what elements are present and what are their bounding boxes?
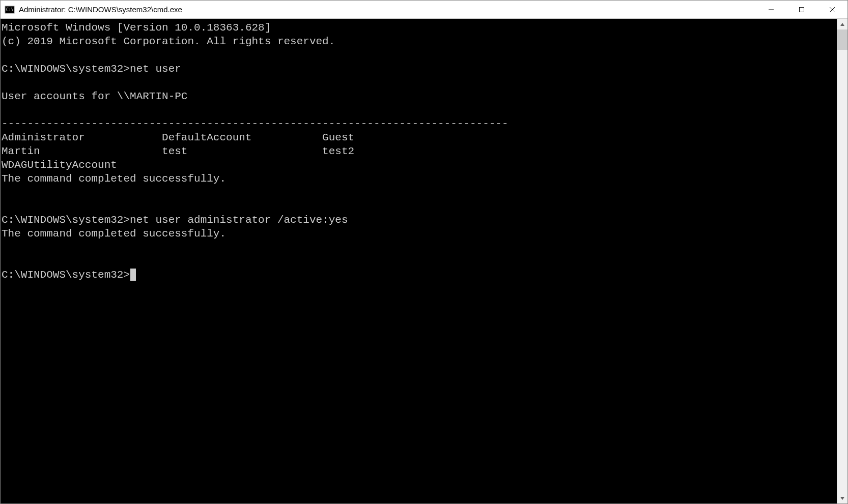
user-cell: test (162, 144, 322, 158)
user-cell: test2 (322, 144, 483, 158)
client-area: Microsoft Windows [Version 10.0.18363.62… (1, 19, 847, 503)
window-titlebar[interactable]: C:\ Administrator: C:\WINDOWS\system32\c… (1, 1, 847, 19)
minimize-button[interactable] (756, 1, 786, 18)
vertical-scrollbar[interactable] (837, 19, 847, 503)
prompt: C:\WINDOWS\system32> (2, 269, 130, 281)
command-text: net user (130, 63, 181, 75)
window-controls (756, 1, 847, 18)
user-cell: Administrator (2, 131, 162, 144)
scroll-down-button[interactable] (837, 493, 847, 503)
svg-rect-3 (800, 7, 804, 12)
prompt: C:\WINDOWS\system32> (2, 63, 130, 75)
cursor-icon (130, 269, 136, 281)
user-cell: Guest (322, 131, 483, 144)
svg-marker-6 (840, 23, 844, 26)
scroll-up-button[interactable] (837, 19, 847, 29)
close-button[interactable] (817, 1, 847, 18)
user-cell: Martin (2, 144, 162, 158)
terminal-output[interactable]: Microsoft Windows [Version 10.0.18363.62… (1, 19, 837, 503)
user-cell: DefaultAccount (162, 131, 322, 144)
scroll-track[interactable] (837, 29, 847, 493)
output-line: The command completed successfully. (2, 173, 226, 185)
output-line: The command completed successfully. (2, 228, 226, 240)
user-cell: WDAGUtilityAccount (2, 158, 162, 172)
cmd-app-icon: C:\ (5, 5, 15, 15)
banner-line: Microsoft Windows [Version 10.0.18363.62… (2, 22, 271, 34)
window-title: Administrator: C:\WINDOWS\system32\cmd.e… (19, 5, 756, 14)
maximize-button[interactable] (786, 1, 817, 18)
banner-line: (c) 2019 Microsoft Corporation. All righ… (2, 36, 335, 47)
separator-line: ----------------------------------------… (2, 118, 508, 130)
svg-marker-7 (840, 497, 844, 500)
scroll-thumb[interactable] (837, 29, 847, 50)
output-line: User accounts for \\MARTIN-PC (2, 91, 187, 102)
prompt: C:\WINDOWS\system32> (2, 214, 130, 226)
svg-text:C:\: C:\ (6, 8, 14, 12)
command-text: net user administrator /active:yes (130, 214, 348, 226)
